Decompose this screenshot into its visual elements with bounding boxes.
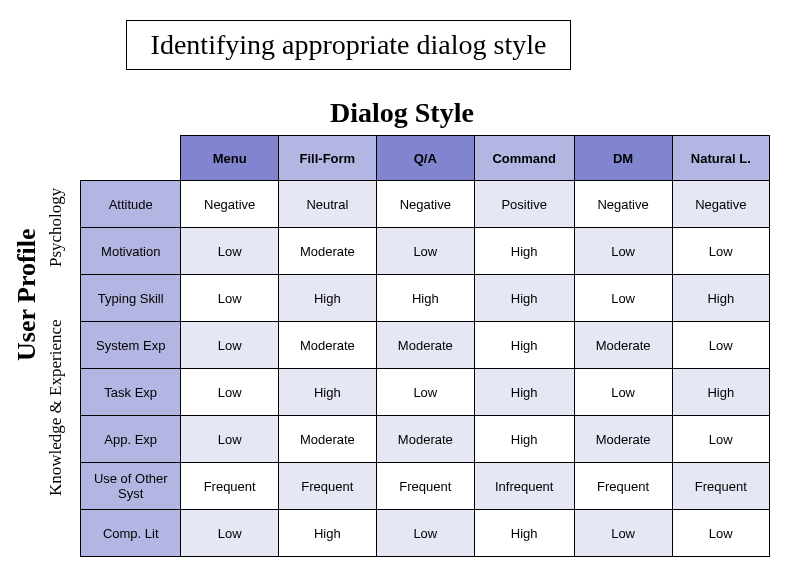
cell: Moderate	[376, 416, 474, 463]
table-row: System Exp Low Moderate Moderate High Mo…	[81, 322, 770, 369]
row-label: Use of Other Syst	[81, 463, 181, 510]
cell: Low	[181, 322, 278, 369]
cell: Low	[376, 369, 474, 416]
cell: High	[672, 369, 769, 416]
cell: Infrequent	[474, 463, 574, 510]
col-fill-form: Fill-Form	[278, 136, 376, 181]
table-row: Comp. Lit Low High Low High Low Low	[81, 510, 770, 557]
cell: Low	[672, 228, 769, 275]
table-row: App. Exp Low Moderate Moderate High Mode…	[81, 416, 770, 463]
col-dm: DM	[574, 136, 672, 181]
cell: High	[672, 275, 769, 322]
cell: Low	[672, 416, 769, 463]
table-row: Use of Other Syst Frequent Frequent Freq…	[81, 463, 770, 510]
cell: High	[474, 416, 574, 463]
row-label: Motivation	[81, 228, 181, 275]
cell: Negative	[672, 181, 769, 228]
table-corner	[81, 136, 181, 181]
cell: Low	[181, 369, 278, 416]
cell: Moderate	[376, 322, 474, 369]
col-natural-l: Natural L.	[672, 136, 769, 181]
dialog-style-table: Menu Fill-Form Q/A Command DM Natural L.…	[80, 135, 770, 557]
cell: Low	[181, 510, 278, 557]
table-row: Task Exp Low High Low High Low High	[81, 369, 770, 416]
cell: Negative	[181, 181, 278, 228]
table-header-row: Menu Fill-Form Q/A Command DM Natural L.	[81, 136, 770, 181]
cell: Low	[181, 416, 278, 463]
cell: Low	[574, 275, 672, 322]
cell: Low	[181, 275, 278, 322]
cell: Frequent	[181, 463, 278, 510]
cell: High	[474, 275, 574, 322]
cell: Moderate	[278, 416, 376, 463]
col-menu: Menu	[181, 136, 278, 181]
cell: Low	[376, 510, 474, 557]
row-label: Comp. Lit	[81, 510, 181, 557]
cell: High	[278, 275, 376, 322]
cell: Neutral	[278, 181, 376, 228]
axis-label-user-profile: User Profile	[12, 200, 42, 390]
slide: Identifying appropriate dialog style Dia…	[0, 0, 792, 576]
slide-title-box: Identifying appropriate dialog style	[126, 20, 571, 70]
cell: Moderate	[574, 416, 672, 463]
cell: Frequent	[278, 463, 376, 510]
section-title: Dialog Style	[330, 97, 474, 129]
cell: Low	[574, 369, 672, 416]
cell: Low	[574, 510, 672, 557]
col-command: Command	[474, 136, 574, 181]
row-label: Task Exp	[81, 369, 181, 416]
cell: High	[376, 275, 474, 322]
cell: Low	[181, 228, 278, 275]
cell: Low	[574, 228, 672, 275]
cell: Frequent	[672, 463, 769, 510]
slide-title: Identifying appropriate dialog style	[151, 29, 547, 61]
cell: High	[278, 510, 376, 557]
axis-label-knowledge-experience: Knowledge & Experience	[46, 305, 66, 510]
table-row: Attitude Negative Neutral Negative Posit…	[81, 181, 770, 228]
row-label: System Exp	[81, 322, 181, 369]
cell: Frequent	[574, 463, 672, 510]
cell: Low	[376, 228, 474, 275]
cell: Moderate	[278, 322, 376, 369]
table-row: Motivation Low Moderate Low High Low Low	[81, 228, 770, 275]
axis-label-psychology: Psychology	[46, 170, 66, 285]
cell: Negative	[574, 181, 672, 228]
cell: Low	[672, 510, 769, 557]
row-label: Typing Skill	[81, 275, 181, 322]
cell: Low	[672, 322, 769, 369]
cell: High	[474, 228, 574, 275]
cell: Positive	[474, 181, 574, 228]
cell: High	[474, 510, 574, 557]
table-row: Typing Skill Low High High High Low High	[81, 275, 770, 322]
cell: Negative	[376, 181, 474, 228]
row-label: Attitude	[81, 181, 181, 228]
cell: High	[474, 369, 574, 416]
cell: Moderate	[278, 228, 376, 275]
col-qa: Q/A	[376, 136, 474, 181]
cell: High	[474, 322, 574, 369]
cell: High	[278, 369, 376, 416]
cell: Frequent	[376, 463, 474, 510]
cell: Moderate	[574, 322, 672, 369]
row-label: App. Exp	[81, 416, 181, 463]
